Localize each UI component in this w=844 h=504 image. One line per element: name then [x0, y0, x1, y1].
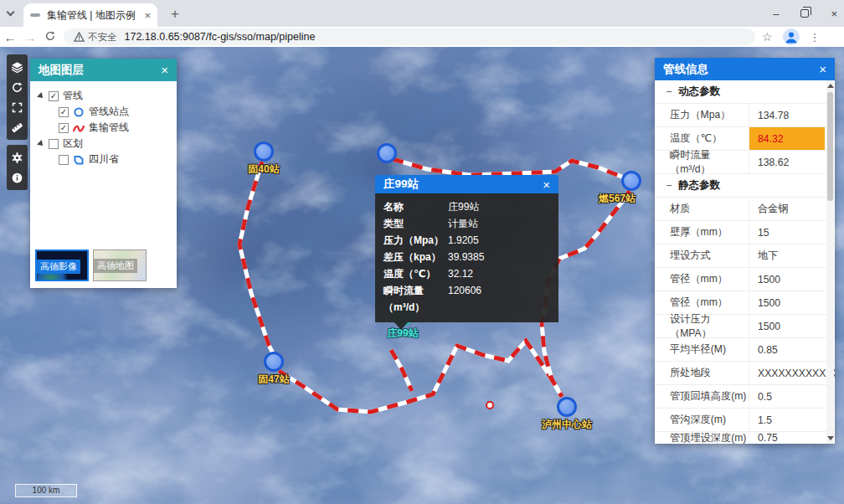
info-row: 平均半径(M)0.85 [655, 338, 835, 362]
address-bar[interactable]: 不安全 172.18.0.65:9087/fc-gis/sso/map/pipe… [64, 28, 755, 45]
info-row-label: 管径（mm） [655, 268, 749, 291]
window-restore-button[interactable] [800, 9, 809, 18]
info-group-label: 静态参数 [678, 178, 720, 193]
settings-tool-button[interactable] [7, 147, 28, 167]
refresh-icon [11, 81, 23, 94]
expand-arrow-icon[interactable] [37, 140, 45, 148]
layer-panel: 地图图层 × ✓管线✓管线站点✓集输管线区划四川省 高德影像高德地图 [30, 59, 177, 288]
info-row: 压力（Mpa）134.78 [655, 104, 835, 127]
info-tool-button[interactable] [7, 167, 28, 188]
pipeline-info-close-icon[interactable]: × [819, 63, 826, 75]
layer-checkbox[interactable]: ✓ [49, 91, 59, 101]
pipeline-info-panel: 管线信息 × −动态参数压力（Mpa）134.78温度（℃）84.32瞬时流量（… [655, 58, 835, 444]
layer-tree-node[interactable]: ✓集输管线 [35, 120, 172, 136]
station-popup-body: 名称庄99站类型计量站压力（Mpa）1.9205差压（kpa）39.9385温度… [375, 193, 558, 322]
popup-row-label: 瞬时流量（m³/d） [383, 282, 448, 316]
map-viewport[interactable]: 固40站燃567站固47站泸州中心站庄99站 [0, 47, 844, 504]
info-row-label: 温度（℃） [655, 127, 749, 150]
pipeline-dashed-line[interactable] [279, 341, 562, 412]
new-tab-button[interactable]: + [166, 6, 184, 24]
station-popup-close-icon[interactable]: × [543, 178, 550, 191]
station-popup-tail [394, 322, 408, 330]
info-row-label: 管顶回填高度(m) [655, 385, 749, 408]
layer-panel-close-icon[interactable]: × [161, 64, 168, 76]
security-label[interactable]: 不安全 [88, 31, 117, 44]
popup-row: 名称庄99站 [383, 198, 550, 215]
basemap-label: 高德地图 [94, 259, 137, 273]
tab-close-icon[interactable]: × [144, 9, 151, 22]
layer-tree-node[interactable]: 区划 [35, 136, 172, 152]
station-label: 泸州中心站 [542, 418, 592, 432]
collapse-minus-icon[interactable]: − [665, 180, 673, 192]
layer-tree-node[interactable]: ✓管线 [35, 88, 172, 104]
popup-row: 类型计量站 [383, 215, 550, 232]
browser-tab[interactable]: 集输管线 | 地图示例 × [23, 3, 157, 27]
person-icon [783, 28, 800, 45]
scroll-up-arrow-icon[interactable] [827, 84, 834, 88]
popup-row-value: 32.12 [448, 265, 550, 282]
info-row-label: 管径（mm） [655, 291, 749, 314]
basemap-label: 高德影像 [37, 260, 80, 274]
layer-label: 四川省 [89, 152, 119, 167]
bookmark-star-icon[interactable]: ☆ [762, 30, 773, 44]
info-row: 材质合金钢 [655, 198, 835, 221]
layer-checkbox[interactable]: ✓ [59, 107, 69, 117]
pipeline-casing [279, 341, 562, 412]
info-row-label: 管沟深度(m) [655, 409, 749, 431]
pipeline-info-title: 管线信息 [663, 62, 819, 77]
info-row: 壁厚（mm）15 [655, 221, 835, 244]
info-row-value: XXXXXXXXXXXX [749, 362, 835, 384]
popup-row-value: 庄99站 [448, 198, 550, 215]
popup-row-label: 差压（kpa） [383, 249, 448, 265]
info-group-header[interactable]: −静态参数 [655, 174, 835, 198]
info-group-header[interactable]: −动态参数 [655, 80, 835, 104]
scroll-down-arrow-icon[interactable] [827, 436, 834, 440]
station-marker[interactable] [264, 352, 284, 372]
layers-tool-button[interactable] [7, 57, 28, 77]
station-marker[interactable] [254, 141, 274, 162]
station-marker[interactable] [621, 171, 641, 191]
info-row-label: 壁厚（mm） [655, 221, 749, 244]
browser-toolbar: ← → 不安全 172.18.0.65:9087/fc-gis/sso/map/… [0, 27, 844, 47]
layer-tree: ✓管线✓管线站点✓集输管线区划四川省 [35, 88, 172, 167]
measure-tool-button[interactable] [7, 117, 28, 137]
info-row-label: 平均半径(M) [655, 338, 749, 361]
reload-button[interactable] [40, 30, 60, 44]
pipeline-info-header: 管线信息 × [655, 58, 835, 80]
refresh-tool-button[interactable] [7, 77, 28, 97]
expand-arrow-icon[interactable] [37, 92, 45, 100]
layer-checkbox[interactable] [59, 155, 69, 165]
url-text[interactable]: 172.18.0.65:9087/fc-gis/sso/map/pipeline [125, 31, 316, 43]
profile-avatar[interactable] [783, 28, 800, 45]
pipeline-dashed-line[interactable] [239, 162, 274, 355]
pipeline-point-marker[interactable] [486, 401, 494, 409]
info-icon [11, 172, 23, 184]
layer-panel-header: 地图图层 × [30, 59, 177, 81]
basemap-thumbnail[interactable]: 高德影像 [35, 249, 89, 281]
browser-menu-icon[interactable]: ⋮ [810, 31, 821, 44]
info-row-label: 所处地段 [655, 362, 749, 384]
station-marker[interactable] [377, 143, 397, 163]
fullscreen-tool-button[interactable] [7, 97, 28, 117]
layer-tree-node[interactable]: 四川省 [35, 152, 172, 167]
basemap-thumbnail[interactable]: 高德地图 [93, 249, 147, 281]
info-row-label: 瞬时流量（m³/d） [655, 151, 749, 173]
fullscreen-icon [11, 101, 23, 114]
pipeline-info-body: −动态参数压力（Mpa）134.78温度（℃）84.32瞬时流量（m³/d）13… [655, 80, 835, 444]
station-label: 固47站 [258, 373, 289, 387]
info-row-value: 134.78 [749, 104, 825, 126]
layer-checkbox[interactable]: ✓ [59, 123, 69, 133]
scrollbar-thumb[interactable] [827, 92, 833, 201]
back-button[interactable]: ← [0, 30, 20, 44]
layer-panel-title: 地图图层 [39, 63, 161, 78]
layer-checkbox[interactable] [49, 139, 59, 149]
collapse-minus-icon[interactable]: − [665, 86, 673, 98]
tab-search-chevron-icon[interactable] [8, 9, 14, 16]
station-marker[interactable] [557, 397, 577, 417]
layer-tree-node[interactable]: ✓管线站点 [35, 104, 172, 120]
window-minimize-button[interactable]: – [773, 8, 779, 19]
info-row-value: 84.32 [749, 127, 825, 150]
window-close-button[interactable]: × [831, 8, 837, 19]
info-row: 埋设方式地下 [655, 244, 835, 268]
info-panel-scrollbar[interactable] [826, 80, 834, 444]
